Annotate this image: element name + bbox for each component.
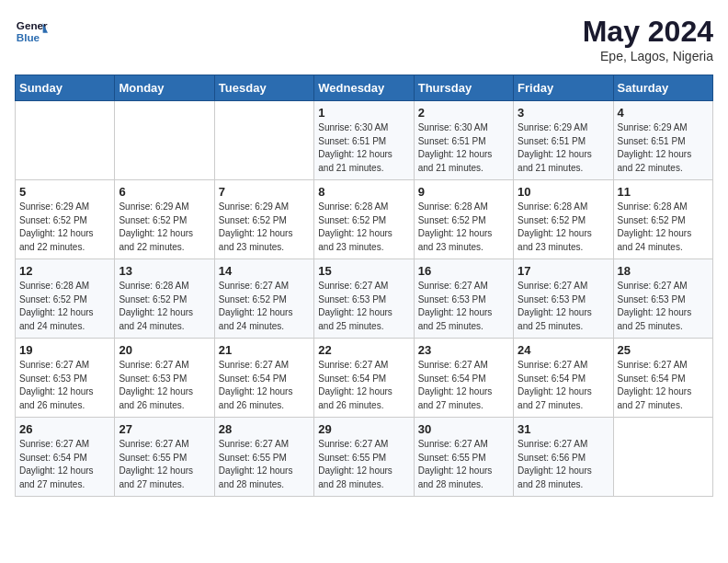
calendar-table: SundayMondayTuesdayWednesdayThursdayFrid… bbox=[15, 75, 713, 497]
week-row-2: 5Sunrise: 6:29 AM Sunset: 6:52 PM Daylig… bbox=[16, 180, 713, 259]
day-number: 5 bbox=[19, 185, 110, 199]
calendar-cell: 12Sunrise: 6:28 AM Sunset: 6:52 PM Dayli… bbox=[16, 259, 115, 339]
calendar-cell: 4Sunrise: 6:29 AM Sunset: 6:51 PM Daylig… bbox=[613, 101, 712, 180]
day-header-sunday: Sunday bbox=[16, 75, 115, 101]
calendar-cell: 26Sunrise: 6:27 AM Sunset: 6:54 PM Dayli… bbox=[16, 418, 115, 497]
day-info: Sunrise: 6:29 AM Sunset: 6:51 PM Dayligh… bbox=[618, 121, 709, 175]
day-info: Sunrise: 6:27 AM Sunset: 6:53 PM Dayligh… bbox=[318, 280, 409, 333]
day-number: 30 bbox=[418, 422, 509, 436]
day-info: Sunrise: 6:27 AM Sunset: 6:54 PM Dayligh… bbox=[418, 359, 509, 412]
calendar-cell: 21Sunrise: 6:27 AM Sunset: 6:54 PM Dayli… bbox=[214, 339, 313, 418]
day-header-saturday: Saturday bbox=[613, 75, 712, 101]
day-header-monday: Monday bbox=[115, 75, 214, 101]
day-number: 26 bbox=[19, 422, 110, 436]
day-number: 11 bbox=[618, 185, 709, 199]
day-number: 23 bbox=[418, 343, 509, 357]
day-info: Sunrise: 6:27 AM Sunset: 6:53 PM Dayligh… bbox=[19, 359, 110, 412]
week-row-1: 1Sunrise: 6:30 AM Sunset: 6:51 PM Daylig… bbox=[16, 101, 713, 180]
day-info: Sunrise: 6:28 AM Sunset: 6:52 PM Dayligh… bbox=[119, 280, 210, 333]
calendar-cell: 22Sunrise: 6:27 AM Sunset: 6:54 PM Dayli… bbox=[314, 339, 414, 418]
day-info: Sunrise: 6:27 AM Sunset: 6:55 PM Dayligh… bbox=[318, 438, 409, 491]
day-header-thursday: Thursday bbox=[414, 75, 513, 101]
day-number: 10 bbox=[518, 185, 609, 199]
day-info: Sunrise: 6:30 AM Sunset: 6:51 PM Dayligh… bbox=[318, 121, 409, 175]
calendar-cell: 7Sunrise: 6:29 AM Sunset: 6:52 PM Daylig… bbox=[214, 180, 313, 259]
day-header-wednesday: Wednesday bbox=[314, 75, 414, 101]
day-number: 1 bbox=[318, 106, 409, 120]
day-number: 14 bbox=[219, 264, 310, 278]
day-number: 8 bbox=[318, 185, 409, 199]
calendar-cell: 1Sunrise: 6:30 AM Sunset: 6:51 PM Daylig… bbox=[314, 101, 414, 180]
calendar-cell bbox=[214, 101, 313, 180]
calendar-cell: 23Sunrise: 6:27 AM Sunset: 6:54 PM Dayli… bbox=[414, 339, 513, 418]
calendar-cell: 24Sunrise: 6:27 AM Sunset: 6:54 PM Dayli… bbox=[514, 339, 613, 418]
calendar-header-row: SundayMondayTuesdayWednesdayThursdayFrid… bbox=[16, 75, 713, 101]
day-number: 17 bbox=[518, 264, 609, 278]
day-number: 29 bbox=[318, 422, 409, 436]
title-block: May 2024 Epe, Lagos, Nigeria bbox=[583, 15, 713, 63]
day-number: 25 bbox=[618, 343, 709, 357]
day-number: 22 bbox=[318, 343, 409, 357]
calendar-cell: 28Sunrise: 6:27 AM Sunset: 6:55 PM Dayli… bbox=[214, 418, 313, 497]
calendar-cell: 15Sunrise: 6:27 AM Sunset: 6:53 PM Dayli… bbox=[314, 259, 414, 339]
day-number: 2 bbox=[418, 106, 509, 120]
day-number: 16 bbox=[418, 264, 509, 278]
day-info: Sunrise: 6:27 AM Sunset: 6:54 PM Dayligh… bbox=[618, 359, 709, 412]
calendar-cell: 29Sunrise: 6:27 AM Sunset: 6:55 PM Dayli… bbox=[314, 418, 414, 497]
day-number: 21 bbox=[219, 343, 310, 357]
week-row-4: 19Sunrise: 6:27 AM Sunset: 6:53 PM Dayli… bbox=[16, 339, 713, 418]
calendar-cell: 10Sunrise: 6:28 AM Sunset: 6:52 PM Dayli… bbox=[514, 180, 613, 259]
location-subtitle: Epe, Lagos, Nigeria bbox=[583, 49, 713, 63]
week-row-5: 26Sunrise: 6:27 AM Sunset: 6:54 PM Dayli… bbox=[16, 418, 713, 497]
day-info: Sunrise: 6:30 AM Sunset: 6:51 PM Dayligh… bbox=[418, 121, 509, 175]
day-number: 13 bbox=[119, 264, 210, 278]
day-info: Sunrise: 6:27 AM Sunset: 6:52 PM Dayligh… bbox=[219, 280, 310, 333]
day-info: Sunrise: 6:27 AM Sunset: 6:55 PM Dayligh… bbox=[119, 438, 210, 491]
day-header-friday: Friday bbox=[514, 75, 613, 101]
calendar-cell: 8Sunrise: 6:28 AM Sunset: 6:52 PM Daylig… bbox=[314, 180, 414, 259]
day-info: Sunrise: 6:29 AM Sunset: 6:52 PM Dayligh… bbox=[219, 201, 310, 254]
day-info: Sunrise: 6:27 AM Sunset: 6:54 PM Dayligh… bbox=[219, 359, 310, 412]
calendar-cell: 11Sunrise: 6:28 AM Sunset: 6:52 PM Dayli… bbox=[613, 180, 712, 259]
day-number: 31 bbox=[518, 422, 609, 436]
calendar-cell: 25Sunrise: 6:27 AM Sunset: 6:54 PM Dayli… bbox=[613, 339, 712, 418]
calendar-cell: 16Sunrise: 6:27 AM Sunset: 6:53 PM Dayli… bbox=[414, 259, 513, 339]
day-info: Sunrise: 6:29 AM Sunset: 6:52 PM Dayligh… bbox=[119, 201, 210, 254]
svg-text:Blue: Blue bbox=[17, 31, 40, 43]
day-number: 6 bbox=[119, 185, 210, 199]
day-number: 9 bbox=[418, 185, 509, 199]
day-header-tuesday: Tuesday bbox=[214, 75, 313, 101]
day-info: Sunrise: 6:27 AM Sunset: 6:53 PM Dayligh… bbox=[618, 280, 709, 333]
calendar-cell bbox=[613, 418, 712, 497]
day-info: Sunrise: 6:29 AM Sunset: 6:52 PM Dayligh… bbox=[19, 201, 110, 254]
calendar-cell: 30Sunrise: 6:27 AM Sunset: 6:55 PM Dayli… bbox=[414, 418, 513, 497]
week-row-3: 12Sunrise: 6:28 AM Sunset: 6:52 PM Dayli… bbox=[16, 259, 713, 339]
calendar-cell: 20Sunrise: 6:27 AM Sunset: 6:53 PM Dayli… bbox=[115, 339, 214, 418]
logo: General Blue bbox=[15, 15, 51, 48]
day-info: Sunrise: 6:29 AM Sunset: 6:51 PM Dayligh… bbox=[518, 121, 609, 175]
calendar-cell: 27Sunrise: 6:27 AM Sunset: 6:55 PM Dayli… bbox=[115, 418, 214, 497]
day-number: 15 bbox=[318, 264, 409, 278]
calendar-cell: 14Sunrise: 6:27 AM Sunset: 6:52 PM Dayli… bbox=[214, 259, 313, 339]
calendar-cell: 19Sunrise: 6:27 AM Sunset: 6:53 PM Dayli… bbox=[16, 339, 115, 418]
month-title: May 2024 bbox=[583, 15, 713, 49]
day-info: Sunrise: 6:27 AM Sunset: 6:55 PM Dayligh… bbox=[418, 438, 509, 491]
day-info: Sunrise: 6:28 AM Sunset: 6:52 PM Dayligh… bbox=[618, 201, 709, 254]
logo-icon: General Blue bbox=[15, 15, 48, 48]
calendar-cell: 6Sunrise: 6:29 AM Sunset: 6:52 PM Daylig… bbox=[115, 180, 214, 259]
calendar-cell: 3Sunrise: 6:29 AM Sunset: 6:51 PM Daylig… bbox=[514, 101, 613, 180]
day-info: Sunrise: 6:28 AM Sunset: 6:52 PM Dayligh… bbox=[318, 201, 409, 254]
day-number: 12 bbox=[19, 264, 110, 278]
day-number: 19 bbox=[19, 343, 110, 357]
day-info: Sunrise: 6:27 AM Sunset: 6:53 PM Dayligh… bbox=[119, 359, 210, 412]
day-info: Sunrise: 6:27 AM Sunset: 6:54 PM Dayligh… bbox=[318, 359, 409, 412]
day-number: 3 bbox=[518, 106, 609, 120]
calendar-cell bbox=[16, 101, 115, 180]
day-info: Sunrise: 6:27 AM Sunset: 6:54 PM Dayligh… bbox=[518, 359, 609, 412]
day-info: Sunrise: 6:27 AM Sunset: 6:55 PM Dayligh… bbox=[219, 438, 310, 491]
day-info: Sunrise: 6:28 AM Sunset: 6:52 PM Dayligh… bbox=[518, 201, 609, 254]
day-number: 20 bbox=[119, 343, 210, 357]
calendar-cell: 9Sunrise: 6:28 AM Sunset: 6:52 PM Daylig… bbox=[414, 180, 513, 259]
calendar-cell bbox=[115, 101, 214, 180]
day-info: Sunrise: 6:27 AM Sunset: 6:54 PM Dayligh… bbox=[19, 438, 110, 491]
